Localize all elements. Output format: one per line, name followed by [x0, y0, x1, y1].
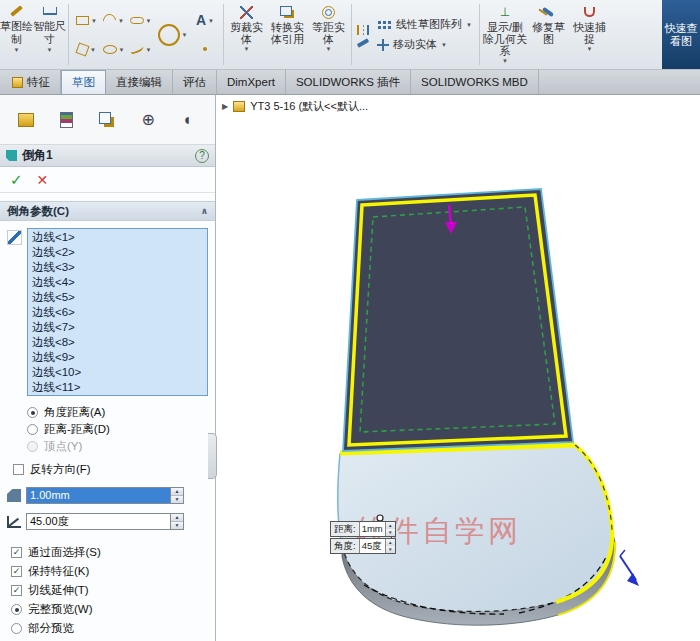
distance-input-row: 1.00mm ▲ ▼	[7, 487, 208, 504]
tab-features[interactable]: 特征	[2, 70, 61, 94]
dropdown-icon[interactable]: ▼	[146, 47, 152, 53]
chamfer-parameters-header[interactable]: 倒角参数(C) ∧	[0, 201, 215, 221]
quick-snaps-button[interactable]: 快速捕捉 ▼	[569, 0, 610, 69]
rectangle-tool-button[interactable]: ▼	[74, 7, 99, 34]
dropdown-icon: ▼	[326, 46, 332, 52]
part-icon	[233, 101, 245, 112]
linear-pattern-button[interactable]: 线性草图阵列 ▼	[377, 17, 472, 32]
spinner-down-icon[interactable]: ▼	[386, 546, 395, 553]
sketch-button[interactable]: 草图绘制 ▼	[0, 0, 33, 69]
dropdown-icon[interactable]: ▼	[146, 18, 152, 24]
full-preview-radio[interactable]: 完整预览(W)	[11, 600, 208, 619]
tab-direct-editing[interactable]: 直接编辑	[106, 70, 173, 94]
dropdown-icon[interactable]: ▼	[118, 18, 124, 24]
tree-expand-icon[interactable]: ▶	[222, 102, 228, 111]
tab-dimxpert[interactable]: DimXpert	[217, 70, 286, 94]
edge-list-item[interactable]: 边线<11>	[28, 380, 207, 395]
text-tool-button[interactable]: A▼	[192, 7, 218, 34]
slot-tool-button[interactable]: ▼	[128, 7, 153, 34]
cancel-button[interactable]: ✕	[37, 172, 49, 188]
edge-list-item[interactable]: 边线<1>	[28, 230, 207, 245]
dimxpert-manager-tab[interactable]: ⊕	[132, 104, 164, 136]
move-entities-button[interactable]: 移动实体 ▼	[377, 37, 472, 52]
dropdown-icon[interactable]: ▼	[182, 32, 188, 38]
distance-input[interactable]: 1.00mm ▲ ▼	[26, 487, 184, 504]
display-delete-relations-button[interactable]: ⊥ 显示/删除几何关系 ▼	[482, 0, 528, 69]
ribbon-toolbar: 草图绘制 ▼ 智能尺寸 ▼ ▼ ▼ ▼ ▼ A▼ ▼ ▼ ▼ 剪裁实体 ▼	[0, 0, 700, 70]
edge-list-item[interactable]: 边线<4>	[28, 275, 207, 290]
partial-preview-radio[interactable]: 部分预览	[11, 619, 208, 638]
spinner-up-icon[interactable]: ▲	[171, 488, 183, 496]
tab-solidworks-mbd[interactable]: SOLIDWORKS MBD	[411, 70, 539, 94]
edge-list-item[interactable]: 边线<2>	[28, 245, 207, 260]
point-tool-button[interactable]	[192, 36, 218, 63]
keep-features-checkbox[interactable]: ✓ 保持特征(K)	[11, 562, 208, 581]
mirror-entities-button[interactable]	[357, 25, 369, 35]
stretch-entities-button[interactable]	[357, 41, 369, 45]
spline-icon	[129, 43, 145, 54]
display-manager-tab[interactable]: ◐	[173, 104, 205, 136]
spinner-down-icon[interactable]: ▼	[386, 529, 395, 536]
graphics-area[interactable]: ▶ YT3 5-16 (默认<<默认...	[216, 95, 700, 641]
callout-angle-input[interactable]: 45度	[359, 539, 386, 553]
ok-button[interactable]: ✓	[10, 171, 23, 189]
tangent-propagation-checkbox[interactable]: ✓ 切线延伸(T)	[11, 581, 208, 600]
tab-label: 特征	[27, 75, 50, 90]
configuration-manager-tab[interactable]	[91, 104, 123, 136]
help-icon[interactable]: ?	[195, 149, 209, 163]
edge-list-item[interactable]: 边线<7>	[28, 320, 207, 335]
distance-value[interactable]: 1.00mm	[27, 488, 170, 503]
spinner-up-icon[interactable]: ▲	[386, 539, 395, 546]
dropdown-icon[interactable]: ▼	[466, 22, 472, 28]
callout-distance-input[interactable]: 1mm	[359, 522, 386, 536]
spinner-up-icon[interactable]: ▲	[171, 514, 183, 522]
dropdown-icon[interactable]: ▼	[208, 18, 214, 24]
tab-sketch[interactable]: 草图	[61, 70, 106, 94]
circle-tool-button[interactable]: ▼	[155, 7, 190, 63]
edge-selection-list[interactable]: 边线<1>边线<2>边线<3>边线<4>边线<5>边线<6>边线<7>边线<8>…	[27, 228, 208, 396]
quick-view-button[interactable]: 快速查看图	[662, 0, 700, 69]
radio-angle-distance[interactable]: 角度距离(A)	[27, 404, 208, 421]
arc-tool-button[interactable]: ▼	[101, 7, 126, 34]
property-manager-tab[interactable]	[51, 104, 83, 136]
edge-list-item[interactable]: 边线<6>	[28, 305, 207, 320]
dropdown-icon[interactable]: ▼	[90, 47, 96, 53]
edge-list-item[interactable]: 边线<10>	[28, 365, 207, 380]
smart-dimension-button[interactable]: 智能尺寸 ▼	[33, 0, 66, 69]
dropdown-icon[interactable]: ▼	[119, 47, 125, 53]
callout-angle-spinner[interactable]: ▲ ▼	[386, 539, 395, 553]
spinner-down-icon[interactable]: ▼	[171, 522, 183, 529]
feature-manager-tab[interactable]	[10, 104, 42, 136]
edge-list-item[interactable]: 边线<3>	[28, 260, 207, 275]
repair-sketch-button[interactable]: 修复草图	[528, 0, 569, 69]
angle-input[interactable]: 45.00度 ▲ ▼	[26, 513, 184, 530]
panel-splitter-handle[interactable]	[208, 433, 217, 479]
offset-entities-button[interactable]: 等距实体 ▼	[308, 0, 349, 69]
move-entities-label: 移动实体	[393, 37, 437, 52]
trim-entities-button[interactable]: 剪裁实体 ▼	[226, 0, 267, 69]
tab-solidworks-addins[interactable]: SOLIDWORKS 插件	[286, 70, 411, 94]
edge-list-item[interactable]: 边线<9>	[28, 350, 207, 365]
dropdown-icon[interactable]: ▼	[441, 42, 447, 48]
polygon-tool-button[interactable]: ▼	[74, 36, 99, 63]
spinner-down-icon[interactable]: ▼	[171, 496, 183, 503]
section-label: 倒角参数(C)	[7, 204, 69, 219]
callout-distance-spinner[interactable]: ▲ ▼	[386, 522, 395, 536]
select-through-faces-checkbox[interactable]: ✓ 通过面选择(S)	[11, 543, 208, 562]
model-viewport[interactable]	[216, 95, 700, 641]
ellipse-tool-button[interactable]: ▼	[101, 36, 126, 63]
features-tab-icon	[12, 77, 23, 88]
edge-list-item[interactable]: 边线<5>	[28, 290, 207, 305]
feature-tree-root[interactable]: YT3 5-16 (默认<<默认...	[250, 99, 368, 114]
angle-spinner[interactable]: ▲ ▼	[170, 514, 183, 529]
spline-tool-button[interactable]: ▼	[128, 36, 153, 63]
dropdown-icon[interactable]: ▼	[91, 18, 97, 24]
angle-value[interactable]: 45.00度	[27, 514, 170, 529]
flip-direction-checkbox[interactable]: 反转方向(F)	[13, 461, 208, 478]
edge-list-item[interactable]: 边线<8>	[28, 335, 207, 350]
distance-spinner[interactable]: ▲ ▼	[170, 488, 183, 503]
radio-distance-distance[interactable]: 距离-距离(D)	[27, 421, 208, 438]
spinner-up-icon[interactable]: ▲	[386, 522, 395, 529]
convert-entities-button[interactable]: 转换实体引用	[267, 0, 308, 69]
tab-evaluate[interactable]: 评估	[173, 70, 217, 94]
